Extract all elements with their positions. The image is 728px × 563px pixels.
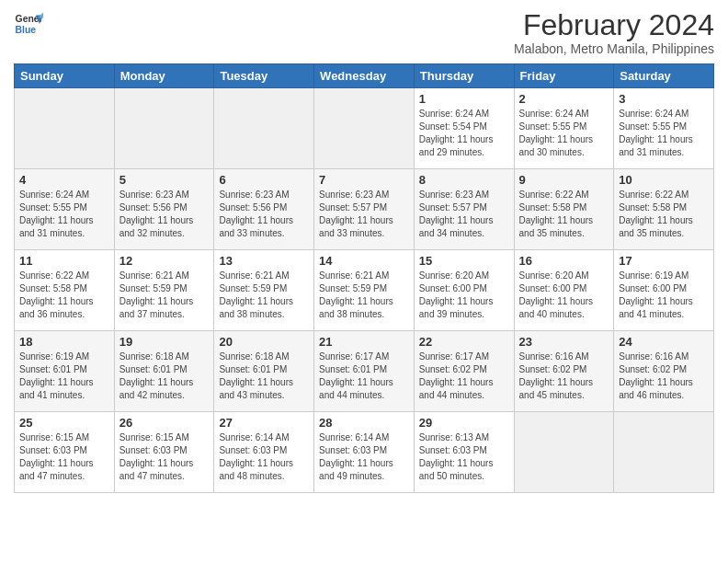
calendar-cell: 17Sunrise: 6:19 AM Sunset: 6:00 PM Dayli…: [614, 250, 714, 331]
day-info: Sunrise: 6:14 AM Sunset: 6:03 PM Dayligh…: [319, 431, 409, 483]
day-info: Sunrise: 6:15 AM Sunset: 6:03 PM Dayligh…: [19, 431, 109, 483]
day-number: 24: [619, 335, 709, 349]
calendar-cell: 27Sunrise: 6:14 AM Sunset: 6:03 PM Dayli…: [214, 412, 314, 493]
subtitle: Malabon, Metro Manila, Philippines: [514, 41, 714, 56]
day-info: Sunrise: 6:23 AM Sunset: 5:56 PM Dayligh…: [119, 189, 210, 240]
calendar-cell: 18Sunrise: 6:19 AM Sunset: 6:01 PM Dayli…: [15, 331, 115, 412]
day-number: 15: [419, 254, 509, 268]
title-area: February 2024 Malabon, Metro Manila, Phi…: [514, 9, 714, 56]
calendar-cell: 15Sunrise: 6:20 AM Sunset: 6:00 PM Dayli…: [414, 250, 514, 331]
day-info: Sunrise: 6:24 AM Sunset: 5:55 PM Dayligh…: [619, 108, 709, 159]
calendar-cell: 23Sunrise: 6:16 AM Sunset: 6:02 PM Dayli…: [514, 331, 614, 412]
calendar-cell: [314, 88, 415, 169]
day-number: 2: [519, 92, 609, 106]
calendar-cell: 16Sunrise: 6:20 AM Sunset: 6:00 PM Dayli…: [514, 250, 614, 331]
day-number: 21: [319, 335, 409, 349]
weekday-header-row: SundayMondayTuesdayWednesdayThursdayFrid…: [15, 64, 714, 88]
day-info: Sunrise: 6:18 AM Sunset: 6:01 PM Dayligh…: [219, 350, 309, 402]
weekday-header-saturday: Saturday: [614, 64, 714, 88]
day-number: 8: [419, 173, 509, 187]
week-row-1: 1Sunrise: 6:24 AM Sunset: 5:54 PM Daylig…: [15, 88, 714, 169]
calendar-cell: 19Sunrise: 6:18 AM Sunset: 6:01 PM Dayli…: [114, 331, 214, 412]
calendar-cell: 2Sunrise: 6:24 AM Sunset: 5:55 PM Daylig…: [514, 88, 614, 169]
day-info: Sunrise: 6:13 AM Sunset: 6:03 PM Dayligh…: [419, 431, 509, 483]
day-info: Sunrise: 6:19 AM Sunset: 6:00 PM Dayligh…: [619, 270, 709, 321]
weekday-header-wednesday: Wednesday: [314, 64, 415, 88]
day-info: Sunrise: 6:23 AM Sunset: 5:56 PM Dayligh…: [219, 189, 309, 240]
day-info: Sunrise: 6:20 AM Sunset: 6:00 PM Dayligh…: [519, 270, 609, 321]
calendar-cell: 14Sunrise: 6:21 AM Sunset: 5:59 PM Dayli…: [314, 250, 415, 331]
day-number: 10: [619, 173, 709, 187]
calendar-cell: 12Sunrise: 6:21 AM Sunset: 5:59 PM Dayli…: [114, 250, 214, 331]
day-number: 16: [519, 254, 609, 268]
day-info: Sunrise: 6:17 AM Sunset: 6:01 PM Dayligh…: [319, 350, 409, 402]
day-info: Sunrise: 6:21 AM Sunset: 5:59 PM Dayligh…: [219, 270, 309, 321]
calendar-table: SundayMondayTuesdayWednesdayThursdayFrid…: [14, 63, 714, 493]
calendar-cell: 1Sunrise: 6:24 AM Sunset: 5:54 PM Daylig…: [414, 88, 514, 169]
day-number: 9: [519, 173, 609, 187]
day-info: Sunrise: 6:22 AM Sunset: 5:58 PM Dayligh…: [619, 189, 709, 240]
day-info: Sunrise: 6:21 AM Sunset: 5:59 PM Dayligh…: [119, 270, 210, 321]
day-info: Sunrise: 6:24 AM Sunset: 5:55 PM Dayligh…: [19, 189, 109, 240]
calendar-cell: 21Sunrise: 6:17 AM Sunset: 6:01 PM Dayli…: [314, 331, 415, 412]
day-number: 27: [219, 416, 309, 430]
calendar-cell: 25Sunrise: 6:15 AM Sunset: 6:03 PM Dayli…: [15, 412, 115, 493]
day-info: Sunrise: 6:24 AM Sunset: 5:54 PM Dayligh…: [419, 108, 509, 159]
weekday-header-monday: Monday: [114, 64, 214, 88]
day-info: Sunrise: 6:18 AM Sunset: 6:01 PM Dayligh…: [119, 350, 210, 402]
day-number: 11: [19, 254, 109, 268]
calendar-cell: 9Sunrise: 6:22 AM Sunset: 5:58 PM Daylig…: [514, 169, 614, 250]
day-number: 4: [19, 173, 109, 187]
calendar-cell: 10Sunrise: 6:22 AM Sunset: 5:58 PM Dayli…: [614, 169, 714, 250]
calendar-cell: [614, 412, 714, 493]
day-info: Sunrise: 6:16 AM Sunset: 6:02 PM Dayligh…: [519, 350, 609, 402]
day-info: Sunrise: 6:16 AM Sunset: 6:02 PM Dayligh…: [619, 350, 709, 402]
calendar-cell: 20Sunrise: 6:18 AM Sunset: 6:01 PM Dayli…: [214, 331, 314, 412]
day-number: 20: [219, 335, 309, 349]
day-info: Sunrise: 6:23 AM Sunset: 5:57 PM Dayligh…: [319, 189, 409, 240]
calendar-cell: 6Sunrise: 6:23 AM Sunset: 5:56 PM Daylig…: [214, 169, 314, 250]
day-number: 29: [419, 416, 509, 430]
calendar-cell: 24Sunrise: 6:16 AM Sunset: 6:02 PM Dayli…: [614, 331, 714, 412]
calendar-cell: 7Sunrise: 6:23 AM Sunset: 5:57 PM Daylig…: [314, 169, 415, 250]
day-number: 19: [119, 335, 210, 349]
weekday-header-friday: Friday: [514, 64, 614, 88]
day-info: Sunrise: 6:15 AM Sunset: 6:03 PM Dayligh…: [119, 431, 210, 483]
calendar-cell: 5Sunrise: 6:23 AM Sunset: 5:56 PM Daylig…: [114, 169, 214, 250]
week-row-2: 4Sunrise: 6:24 AM Sunset: 5:55 PM Daylig…: [15, 169, 714, 250]
calendar-cell: [114, 88, 214, 169]
weekday-header-tuesday: Tuesday: [214, 64, 314, 88]
day-number: 6: [219, 173, 309, 187]
day-number: 17: [619, 254, 709, 268]
weekday-header-thursday: Thursday: [414, 64, 514, 88]
day-number: 22: [419, 335, 509, 349]
day-number: 13: [219, 254, 309, 268]
day-info: Sunrise: 6:20 AM Sunset: 6:00 PM Dayligh…: [419, 270, 509, 321]
svg-text:Blue: Blue: [16, 25, 37, 35]
day-info: Sunrise: 6:21 AM Sunset: 5:59 PM Dayligh…: [319, 270, 409, 321]
day-info: Sunrise: 6:17 AM Sunset: 6:02 PM Dayligh…: [419, 350, 509, 402]
logo-icon: General Blue: [14, 9, 43, 39]
day-number: 5: [119, 173, 210, 187]
week-row-3: 11Sunrise: 6:22 AM Sunset: 5:58 PM Dayli…: [15, 250, 714, 331]
day-info: Sunrise: 6:22 AM Sunset: 5:58 PM Dayligh…: [19, 270, 109, 321]
day-info: Sunrise: 6:14 AM Sunset: 6:03 PM Dayligh…: [219, 431, 309, 483]
header: General Blue February 2024 Malabon, Metr…: [14, 9, 714, 56]
calendar-cell: [214, 88, 314, 169]
calendar-cell: 11Sunrise: 6:22 AM Sunset: 5:58 PM Dayli…: [15, 250, 115, 331]
page: General Blue February 2024 Malabon, Metr…: [0, 0, 728, 563]
week-row-5: 25Sunrise: 6:15 AM Sunset: 6:03 PM Dayli…: [15, 412, 714, 493]
calendar-cell: 4Sunrise: 6:24 AM Sunset: 5:55 PM Daylig…: [15, 169, 115, 250]
main-title: February 2024: [514, 9, 714, 41]
day-info: Sunrise: 6:22 AM Sunset: 5:58 PM Dayligh…: [519, 189, 609, 240]
day-number: 18: [19, 335, 109, 349]
day-number: 14: [319, 254, 409, 268]
calendar-cell: [15, 88, 115, 169]
day-number: 26: [119, 416, 210, 430]
calendar-cell: 29Sunrise: 6:13 AM Sunset: 6:03 PM Dayli…: [414, 412, 514, 493]
day-number: 23: [519, 335, 609, 349]
calendar-cell: 13Sunrise: 6:21 AM Sunset: 5:59 PM Dayli…: [214, 250, 314, 331]
calendar-cell: 28Sunrise: 6:14 AM Sunset: 6:03 PM Dayli…: [314, 412, 415, 493]
weekday-header-sunday: Sunday: [15, 64, 115, 88]
calendar-cell: 8Sunrise: 6:23 AM Sunset: 5:57 PM Daylig…: [414, 169, 514, 250]
